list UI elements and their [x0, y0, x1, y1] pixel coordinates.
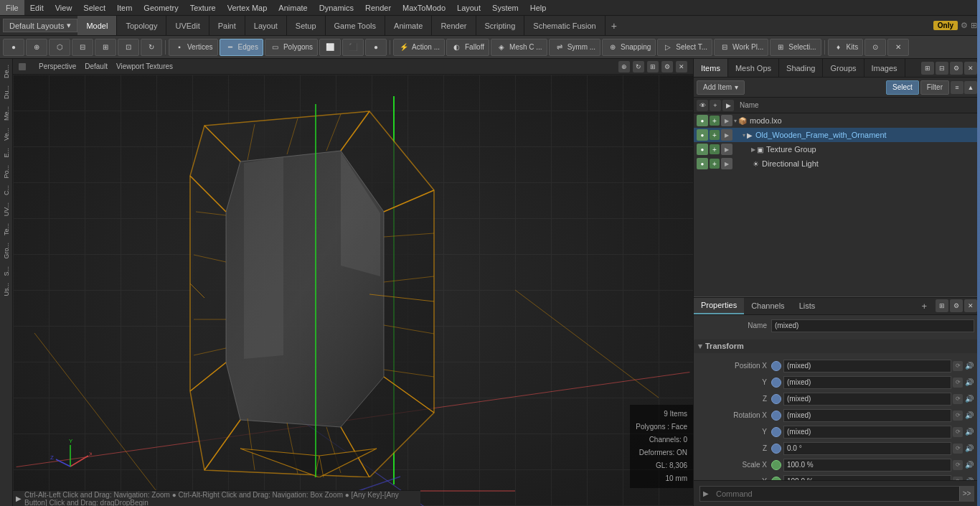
list-item-texture-group[interactable]: ● + ▶ ▶ ▣ Texture Group	[694, 142, 980, 156]
prop-tab-properties[interactable]: Properties	[694, 298, 744, 314]
sidebar-tab-du[interactable]: Du...	[1, 83, 11, 102]
sidebar-tab-me[interactable]: Me...	[1, 103, 11, 123]
prop-position-z-circle[interactable]	[771, 394, 781, 404]
prop-rotation-y-circle[interactable]	[771, 427, 781, 437]
toolbar-scale[interactable]: ⊡	[118, 39, 139, 56]
prop-rotation-y-speaker[interactable]: 🔊	[964, 427, 974, 437]
toolbar-work-plane[interactable]: ⊟ Work Pl...	[714, 39, 768, 56]
toolbar-close-view[interactable]: ✕	[887, 39, 909, 56]
item-vis-3[interactable]: ●	[697, 144, 708, 155]
add-layout-tab[interactable]: +	[606, 16, 623, 35]
items-expand-icon[interactable]: ⊞	[921, 62, 934, 75]
prop-name-field[interactable]: (mixed)	[771, 319, 974, 332]
sidebar-tab-e[interactable]: E...	[1, 145, 11, 161]
sidebar-tab-ve[interactable]: Ve...	[1, 125, 11, 144]
viewport-ctrl-2[interactable]: ↻	[633, 61, 644, 72]
items-select-button[interactable]: Select	[886, 80, 919, 95]
prop-rotation-y-reset[interactable]: ⟳	[953, 427, 963, 437]
item-render-4[interactable]: ▶	[721, 158, 732, 169]
prop-position-x-circle[interactable]	[771, 361, 781, 371]
prop-rotation-x-field[interactable]: (mixed)	[783, 409, 951, 422]
prop-position-z-speaker[interactable]: 🔊	[964, 394, 974, 404]
prop-position-y-circle[interactable]	[771, 378, 781, 388]
menu-render[interactable]: Render	[359, 0, 397, 15]
prop-rotation-x-circle[interactable]	[771, 411, 781, 421]
toolbar-rotate[interactable]: ↻	[141, 39, 162, 56]
items-settings-icon[interactable]: ⚙	[950, 62, 963, 75]
item-render-3[interactable]: ▶	[721, 144, 732, 155]
layout-dropdown[interactable]: Default Layouts ▾	[3, 19, 77, 32]
tab-uvedit[interactable]: UVEdit	[166, 16, 209, 35]
prop-tab-channels[interactable]: Channels	[744, 298, 791, 314]
menu-vertexmap[interactable]: Vertex Map	[222, 0, 273, 15]
viewport-perspective[interactable]: Perspective	[39, 62, 76, 70]
items-filter-button[interactable]: Filter	[920, 80, 949, 95]
layout-expand-icon[interactable]: ⊞	[971, 21, 977, 30]
viewport-ctrl-3[interactable]: ⊞	[647, 61, 659, 72]
add-item-button[interactable]: Add Item ▾	[697, 80, 745, 95]
toolbar-polygons[interactable]: ▭ Polygons	[265, 39, 318, 56]
prop-position-x-reset[interactable]: ⟳	[953, 361, 963, 371]
items-tab-items[interactable]: Items	[694, 59, 728, 77]
toolbar-snapping[interactable]: ⊕ Snapping	[602, 39, 656, 56]
item-expand-3[interactable]: ▶	[751, 146, 755, 153]
item-plus-2[interactable]: +	[710, 130, 720, 140]
toolbar-transform[interactable]: ⊞	[95, 39, 116, 56]
tab-model[interactable]: Model	[77, 16, 117, 35]
sidebar-tab-us[interactable]: Us...	[1, 280, 11, 299]
prop-rotation-z-field[interactable]: 0.0 °	[783, 442, 951, 455]
prop-scale-x-speaker[interactable]: 🔊	[964, 460, 974, 470]
prop-scale-x-field[interactable]: 100.0 %	[783, 459, 951, 472]
menu-help[interactable]: Help	[524, 0, 552, 15]
prop-rotation-x-reset[interactable]: ⟳	[953, 411, 963, 421]
prop-rotation-x-speaker[interactable]: 🔊	[964, 411, 974, 421]
prop-tab-add[interactable]: +	[915, 301, 933, 311]
items-tab-images[interactable]: Images	[864, 59, 905, 77]
items-more-icon[interactable]: ≡	[951, 81, 963, 94]
transform-section-header[interactable]: ▾ Transform	[694, 339, 980, 353]
prop-scale-y-field[interactable]: 100.0 %	[783, 475, 951, 481]
prop-position-x-field[interactable]: (mixed)	[783, 360, 951, 373]
prop-scale-x-circle[interactable]	[771, 460, 781, 470]
items-tab-meshops[interactable]: Mesh Ops	[728, 59, 779, 77]
item-plus-1[interactable]: +	[710, 116, 720, 126]
prop-position-y-speaker[interactable]: 🔊	[964, 378, 974, 388]
menu-animate[interactable]: Animate	[273, 0, 313, 15]
items-close-icon[interactable]: ✕	[964, 62, 977, 75]
viewport-textures[interactable]: Viewport Textures	[116, 62, 173, 70]
items-tab-shading[interactable]: Shading	[779, 59, 823, 77]
menu-select[interactable]: Select	[77, 0, 111, 15]
toolbar-render-mode[interactable]: ●	[365, 39, 387, 56]
tab-gametools[interactable]: Game Tools	[326, 16, 386, 35]
toolbar-material[interactable]: ⬛	[342, 39, 364, 56]
tab-schematic-fusion[interactable]: Schematic Fusion	[524, 16, 605, 35]
command-input[interactable]	[712, 489, 959, 498]
prop-rotation-z-reset[interactable]: ⟳	[953, 444, 963, 454]
tab-scripting[interactable]: Scripting	[476, 16, 525, 35]
menu-item[interactable]: Item	[111, 0, 138, 15]
sidebar-tab-c[interactable]: C...	[1, 182, 11, 198]
toolbar-select-through[interactable]: ▷ Select T...	[657, 39, 712, 56]
list-item-frame[interactable]: ● + ▶ ▾ ▶ Old_Wooden_Frame_with_Ornament	[694, 128, 980, 142]
layout-settings-icon[interactable]: ⚙	[961, 21, 968, 30]
item-plus-3[interactable]: +	[710, 144, 720, 154]
toolbar-symmetry[interactable]: ⇌ Symm ...	[549, 39, 600, 56]
menu-view[interactable]: View	[50, 0, 78, 15]
toolbar-surface[interactable]: ⬜	[319, 39, 341, 56]
sidebar-tab-de[interactable]: De...	[1, 62, 11, 81]
menu-file[interactable]: File	[0, 0, 24, 15]
prop-scale-x-reset[interactable]: ⟳	[953, 460, 963, 470]
prop-expand-icon[interactable]: ⊞	[936, 299, 948, 312]
menu-system[interactable]: System	[486, 0, 524, 15]
toolbar-selection[interactable]: ⊞ Selecti...	[770, 39, 821, 56]
item-plus-4[interactable]: +	[710, 159, 720, 169]
prop-position-z-reset[interactable]: ⟳	[953, 394, 963, 404]
tab-topology[interactable]: Topology	[117, 16, 166, 35]
viewport-ctrl-4[interactable]: ⚙	[661, 61, 673, 72]
item-vis-1[interactable]: ●	[697, 115, 708, 126]
item-expand-1[interactable]: ▾	[734, 118, 737, 124]
prop-settings-icon[interactable]: ⚙	[950, 299, 963, 312]
prop-position-z-field[interactable]: (mixed)	[783, 393, 951, 406]
prop-rotation-y-field[interactable]: (mixed)	[783, 426, 951, 439]
menu-texture[interactable]: Texture	[184, 0, 222, 15]
